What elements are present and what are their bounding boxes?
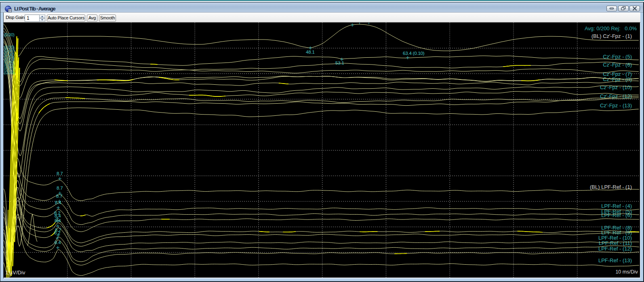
- svg-text:48.1: 48.1: [306, 50, 315, 54]
- svg-text:LPF-Ref - (11): LPF-Ref - (11): [599, 240, 632, 246]
- svg-text:Cz'-Fpz - (13): Cz'-Fpz - (13): [600, 102, 632, 109]
- svg-text:LPF-Ref - (13): LPF-Ref - (13): [598, 257, 632, 263]
- svg-text:LPF-Ref - (6): LPF-Ref - (6): [601, 212, 632, 218]
- svg-text:8.7: 8.7: [57, 186, 63, 190]
- svg-text:8.7: 8.7: [57, 171, 63, 176]
- svg-text:(BL) Cz'-Fpz - (1): (BL) Cz'-Fpz - (1): [591, 33, 632, 39]
- svg-text:LPF-Ref - (12): LPF-Ref - (12): [598, 246, 632, 252]
- svg-text:Cz'-Fpz - (5): Cz'-Fpz - (5): [603, 54, 632, 60]
- svg-text:Cz'-Fpz - (10): Cz'-Fpz - (10): [600, 84, 632, 90]
- svg-text:8.2: 8.2: [54, 230, 60, 235]
- svg-text:(0.00): (0.00): [4, 70, 15, 75]
- svg-text:10 ms/Div: 10 ms/Div: [615, 269, 638, 275]
- svg-text:LPF-Ref - (4): LPF-Ref - (4): [601, 203, 632, 209]
- svg-text:Avg: 0/200 Rej: 0.0%: Avg: 0/200 Rej: 0.0%: [585, 25, 637, 31]
- svg-text:8.7: 8.7: [56, 194, 62, 198]
- svg-text:Cz'-Fpz - (6): Cz'-Fpz - (6): [603, 62, 632, 68]
- svg-text:(0.00): (0.00): [4, 32, 15, 37]
- svg-text:8.4: 8.4: [55, 218, 61, 223]
- svg-text:63.4 (0.10): 63.4 (0.10): [403, 51, 425, 56]
- svg-text:8.4: 8.4: [55, 240, 61, 245]
- svg-text:53.1: 53.1: [335, 61, 344, 65]
- svg-text:8.4: 8.4: [55, 213, 61, 218]
- svg-text:8.4: 8.4: [55, 200, 61, 205]
- svg-text:1 µV/Div: 1 µV/Div: [5, 269, 25, 276]
